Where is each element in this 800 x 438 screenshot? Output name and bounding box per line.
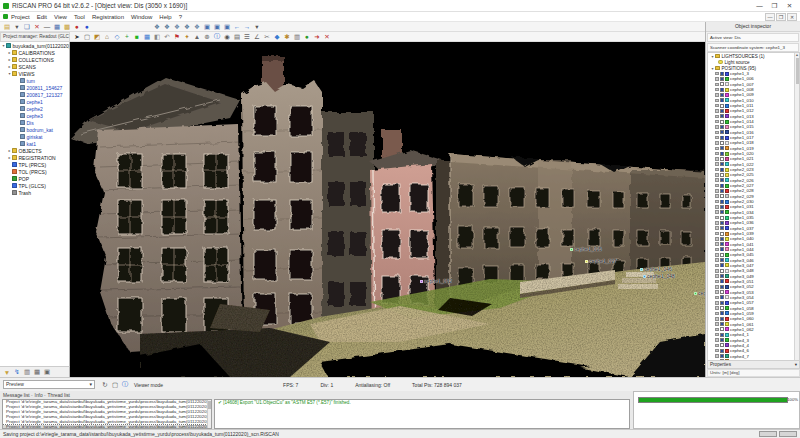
- menu-item[interactable]: Registration: [92, 14, 124, 20]
- mdi-window-button[interactable]: —: [765, 13, 775, 21]
- image-view-icon[interactable]: ▦: [143, 32, 152, 41]
- scan-position-label[interactable]: cephe1_027: [585, 258, 617, 264]
- settings-icon[interactable]: ▩: [63, 22, 72, 31]
- lightning-icon[interactable]: ↯: [13, 368, 22, 377]
- home-view-icon[interactable]: ⌂: [103, 32, 112, 41]
- visibility-checkbox[interactable]: [720, 168, 724, 172]
- info-list[interactable]: ✔ [14608] Export "U1.ObjectCu" as "ASTM …: [214, 399, 630, 429]
- visibility-checkbox[interactable]: [720, 184, 724, 188]
- refresh-icon[interactable]: ↻: [101, 380, 110, 389]
- attributes-icon[interactable]: ▦: [53, 22, 62, 31]
- visibility-checkbox[interactable]: [720, 88, 724, 92]
- visibility-checkbox[interactable]: [720, 114, 724, 118]
- new-project-icon[interactable]: ▤: [3, 22, 12, 31]
- object-info-icon[interactable]: ⓘ: [213, 32, 222, 41]
- visibility-checkbox[interactable]: [720, 98, 724, 102]
- visibility-checkbox[interactable]: [720, 109, 724, 113]
- grid-view-icon[interactable]: ▦: [33, 368, 42, 377]
- menu-item[interactable]: Edit: [37, 14, 47, 20]
- visibility-checkbox[interactable]: [720, 317, 724, 321]
- snapshot-icon[interactable]: ▣: [43, 368, 52, 377]
- status-button[interactable]: [779, 431, 797, 437]
- visibility-checkbox[interactable]: [720, 104, 724, 108]
- visibility-checkbox[interactable]: [720, 263, 724, 267]
- visibility-checkbox[interactable]: [720, 205, 724, 209]
- tree-item-tpl-glcs[interactable]: TPL (GLCS): [0, 182, 69, 189]
- texture-icon[interactable]: ✱: [283, 32, 292, 41]
- polygon-select-icon[interactable]: ◇: [113, 32, 122, 41]
- tiepoint-icon[interactable]: ✦: [183, 32, 192, 41]
- fill-color-icon[interactable]: ◩: [93, 32, 102, 41]
- visibility-checkbox[interactable]: [720, 322, 724, 326]
- visibility-checkbox[interactable]: [720, 274, 724, 278]
- visibility-checkbox[interactable]: [720, 253, 724, 257]
- visibility-checkbox[interactable]: [720, 93, 724, 97]
- positions-scrollbar[interactable]: ▲ ▼: [794, 53, 799, 380]
- mdi-window-button[interactable]: ❐: [776, 13, 786, 21]
- panel-layout-icon[interactable]: ▥: [23, 368, 32, 377]
- menu-item[interactable]: Help: [159, 14, 171, 20]
- list-icon[interactable]: ☰: [243, 32, 252, 41]
- menu-item[interactable]: Window: [131, 14, 152, 20]
- visibility-checkbox[interactable]: [720, 237, 724, 241]
- visibility-checkbox[interactable]: [720, 120, 724, 124]
- visibility-checkbox[interactable]: [720, 258, 724, 262]
- tree-item-collections[interactable]: ▸ COLLECTIONS: [0, 56, 69, 63]
- help-icon[interactable]: ●: [83, 22, 92, 31]
- measure-icon[interactable]: ⊕: [203, 32, 212, 41]
- visibility-checkbox[interactable]: [720, 354, 724, 358]
- tree-item-trash[interactable]: Trash: [0, 189, 69, 196]
- scrollbar-thumb[interactable]: [796, 58, 799, 84]
- scan-position-label[interactable]: cephe1_046: [640, 266, 672, 272]
- visibility-icon[interactable]: ◉: [223, 32, 232, 41]
- forward-icon[interactable]: →: [243, 22, 252, 31]
- tree-item-scans[interactable]: ▸ SCANS: [0, 63, 69, 70]
- visibility-checkbox[interactable]: [720, 343, 724, 347]
- visibility-checkbox[interactable]: [720, 152, 724, 156]
- properties-header[interactable]: Properties ▾: [707, 360, 800, 369]
- viewport-3d[interactable]: cephe1_025 cephe1_027 cephe1_046 cephe1_…: [70, 42, 705, 377]
- visibility-checkbox[interactable]: [720, 136, 724, 140]
- selection-box-icon[interactable]: ▢: [83, 32, 92, 41]
- tree-item-registration[interactable]: ▸ REGISTRATION: [0, 154, 69, 161]
- visibility-checkbox[interactable]: [720, 232, 724, 236]
- message-tab[interactable]: Thread list: [48, 393, 70, 398]
- tree-item-tpl-prcs[interactable]: TPL (PRCS): [0, 161, 69, 168]
- tree-item-objects[interactable]: ▸ OBJECTS: [0, 147, 69, 154]
- tree-item-view-giriskat[interactable]: giriskat: [0, 133, 69, 140]
- visibility-checkbox[interactable]: [720, 221, 724, 225]
- message-tab[interactable]: Message list: [3, 393, 33, 398]
- visibility-checkbox[interactable]: [720, 338, 724, 342]
- tree-item-view-cephe2[interactable]: cephe2: [0, 105, 69, 112]
- flag-icon[interactable]: ⚑: [173, 32, 182, 41]
- tree-item-pop[interactable]: POP: [0, 175, 69, 182]
- close-view-icon[interactable]: ✕: [323, 32, 332, 41]
- log-scrollbar[interactable]: [207, 400, 211, 428]
- tree-item-view-cephe1[interactable]: cephe1: [0, 98, 69, 105]
- visibility-checkbox[interactable]: [720, 162, 724, 166]
- remove-icon[interactable]: —: [43, 22, 52, 31]
- tree-item-view-dis[interactable]: Dis: [0, 119, 69, 126]
- window-split-icon[interactable]: ▣: [223, 22, 232, 31]
- visibility-checkbox[interactable]: [720, 279, 724, 283]
- window-tile-icon[interactable]: ▣: [213, 22, 222, 31]
- tree-item-project[interactable]: ▾ buyukada_tum(01122020)_scn: [0, 42, 69, 49]
- undo-view-icon[interactable]: ↶: [163, 32, 172, 41]
- visibility-checkbox[interactable]: [720, 226, 724, 230]
- export-icon[interactable]: ➜: [313, 32, 322, 41]
- scan-position-label[interactable]: cephe1_052: [420, 278, 452, 284]
- window-cascade-icon[interactable]: ▣: [203, 22, 212, 31]
- tree-item-view-cephe3[interactable]: cephe3: [0, 112, 69, 119]
- visibility-checkbox[interactable]: [720, 333, 724, 337]
- visibility-checkbox[interactable]: [720, 189, 724, 193]
- display-config-icon[interactable]: ▢: [111, 380, 120, 389]
- tree-item-calibrations[interactable]: ▸ CALIBRATIONS: [0, 49, 69, 56]
- copy-icon[interactable]: ❏: [23, 22, 32, 31]
- visibility-checkbox[interactable]: [720, 82, 724, 86]
- status-button[interactable]: [759, 431, 777, 437]
- visibility-checkbox[interactable]: [720, 141, 724, 145]
- more-views-icon[interactable]: ▾: [253, 22, 262, 31]
- chevron-down-icon[interactable]: ▾: [795, 361, 797, 368]
- sphere-icon[interactable]: ●: [303, 32, 312, 41]
- preview-select[interactable]: Preview ▾: [3, 380, 95, 389]
